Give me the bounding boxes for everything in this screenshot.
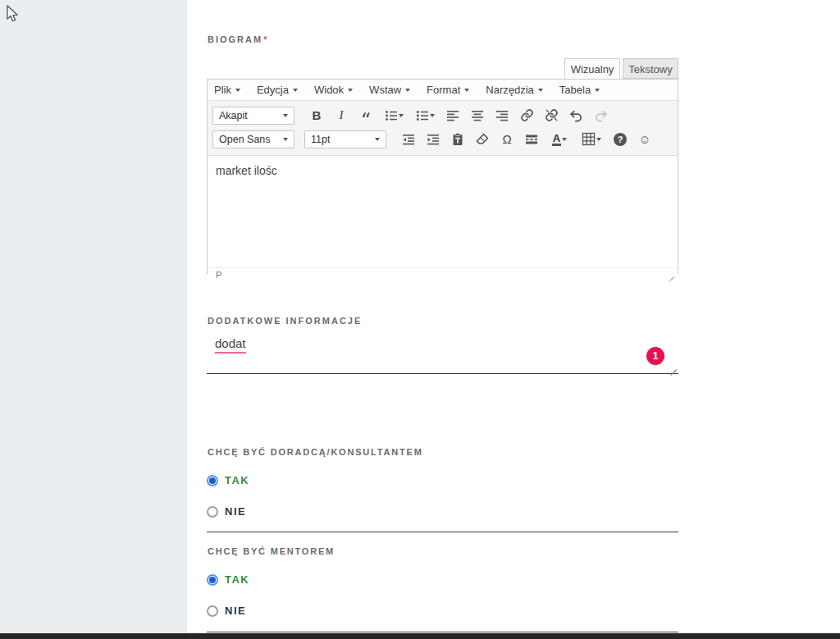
tab-tekstowy[interactable]: Tekstowy	[623, 58, 678, 79]
mentor-option-tak[interactable]: TAK	[207, 573, 249, 586]
chevron-down-icon	[562, 138, 567, 141]
chevron-down-icon	[293, 89, 298, 92]
chevron-down-icon	[375, 138, 380, 141]
unlink-icon	[545, 108, 559, 122]
blockquote-button[interactable]: “	[355, 106, 377, 126]
editor-resize-handle[interactable]	[666, 271, 674, 279]
tab-wizualny[interactable]: Wizualny	[564, 58, 620, 79]
radio-selected-icon[interactable]	[207, 574, 218, 586]
redo-icon	[594, 108, 608, 122]
radio-label-nie: NIE	[225, 505, 246, 518]
radio-unselected-icon[interactable]	[207, 605, 218, 617]
page: BIOGRAM* Wizualny Tekstowy Plik Edycja W…	[0, 0, 840, 639]
bold-icon: B	[313, 108, 322, 122]
doradca-option-nie[interactable]: NIE	[207, 505, 246, 518]
unlink-button[interactable]	[541, 106, 562, 126]
editor-status-bar: P	[208, 267, 678, 281]
chevron-down-icon	[283, 114, 288, 117]
editor-tabs: Wizualny Tekstowy	[207, 58, 678, 79]
align-left-icon	[446, 109, 459, 122]
undo-icon	[569, 108, 583, 122]
radio-label-tak: TAK	[225, 474, 249, 486]
menu-wstaw[interactable]: Wstaw	[369, 84, 410, 96]
undo-button[interactable]	[565, 106, 587, 126]
editor-menubar: Plik Edycja Widok Wstaw Format Narzędzia…	[208, 80, 678, 101]
italic-button[interactable]: I	[331, 106, 352, 126]
outdent-button[interactable]	[398, 130, 419, 149]
dodatkowe-textarea[interactable]: dodat	[207, 328, 678, 374]
font-size-select[interactable]: 11pt	[304, 130, 386, 148]
window-bottom-edge	[0, 633, 840, 639]
emoticon-button[interactable]: ☺	[634, 130, 655, 149]
required-asterisk: *	[263, 34, 267, 44]
chevron-down-icon	[283, 138, 288, 141]
mentor-option-nie[interactable]: NIE	[207, 605, 246, 617]
section-doradca-label: CHCĘ BYĆ DORADCĄ/KONSULTANTEM	[208, 447, 423, 457]
radio-label-tak: TAK	[225, 573, 249, 586]
mouse-cursor-icon	[7, 5, 21, 25]
chevron-down-icon	[464, 89, 469, 92]
chevron-down-icon	[596, 138, 601, 141]
biogram-label: BIOGRAM*	[208, 34, 267, 44]
align-center-button[interactable]	[467, 106, 488, 126]
numbered-list-icon	[416, 109, 429, 122]
align-left-button[interactable]	[442, 106, 463, 126]
link-icon	[520, 108, 534, 122]
indent-button[interactable]	[422, 130, 444, 149]
insert-link-button[interactable]	[516, 106, 537, 126]
omega-icon: Ω	[502, 132, 511, 146]
menu-narzedzia[interactable]: Narzędzia	[486, 84, 543, 96]
menu-tabela[interactable]: Tabela	[559, 84, 600, 96]
chevron-down-icon	[538, 89, 543, 92]
chevron-down-icon	[405, 89, 410, 92]
doradca-option-tak[interactable]: TAK	[207, 474, 249, 486]
align-right-button[interactable]	[491, 106, 513, 126]
menu-format[interactable]: Format	[427, 84, 469, 96]
emoticon-icon: ☺	[638, 132, 651, 146]
toolbar-row-2: Open Sans 11pt Ω	[212, 127, 673, 151]
outdent-icon	[402, 133, 415, 146]
radio-selected-icon[interactable]	[207, 475, 218, 486]
text-color-icon: A	[552, 133, 561, 146]
bullet-list-button[interactable]	[380, 106, 408, 126]
menu-plik[interactable]: Plik	[214, 84, 240, 96]
help-button[interactable]: ?	[609, 130, 631, 149]
left-sidebar-panel	[0, 0, 187, 633]
eraser-icon	[476, 133, 489, 146]
text-color-button[interactable]: A	[546, 130, 573, 149]
menu-widok[interactable]: Widok	[314, 84, 353, 96]
special-character-button[interactable]: Ω	[496, 130, 518, 149]
paste-as-text-icon	[451, 133, 464, 146]
bullet-list-icon	[385, 109, 398, 122]
chevron-down-icon	[348, 89, 353, 92]
numbered-list-button[interactable]	[411, 106, 439, 126]
element-path: P	[216, 270, 221, 280]
remove-format-button[interactable]	[472, 130, 493, 149]
redo-button[interactable]	[590, 106, 611, 126]
paste-as-text-button[interactable]	[447, 130, 468, 149]
more-tag-icon	[525, 133, 538, 146]
more-tag-button[interactable]	[521, 130, 542, 149]
editor-content-area[interactable]: market ilośc	[208, 156, 678, 267]
help-icon: ?	[614, 133, 627, 146]
chevron-down-icon	[595, 89, 600, 92]
textarea-resize-handle[interactable]	[668, 362, 677, 371]
chevron-down-icon	[399, 114, 404, 117]
error-count-badge: 1	[646, 347, 664, 365]
bold-button[interactable]: B	[306, 106, 327, 126]
blockquote-icon: “	[361, 116, 371, 125]
toolbar-row-1: Akapit B I “	[212, 103, 673, 127]
editor-toolbars: Akapit B I “	[208, 101, 678, 156]
italic-icon: I	[340, 108, 344, 122]
biogram-richtext-editor: Plik Edycja Widok Wstaw Format Narzędzia…	[207, 79, 678, 274]
menu-edycja[interactable]: Edycja	[257, 84, 298, 96]
section-mentor-label: CHCĘ BYĆ MENTOREM	[208, 546, 335, 556]
dodatkowe-value: dodat	[215, 336, 246, 354]
paragraph-format-select[interactable]: Akapit	[212, 107, 294, 125]
chevron-down-icon	[430, 114, 435, 117]
section-divider	[207, 532, 678, 532]
table-button[interactable]	[577, 130, 606, 149]
radio-unselected-icon[interactable]	[207, 506, 218, 518]
font-family-select[interactable]: Open Sans	[212, 130, 294, 148]
align-right-icon	[495, 109, 509, 122]
